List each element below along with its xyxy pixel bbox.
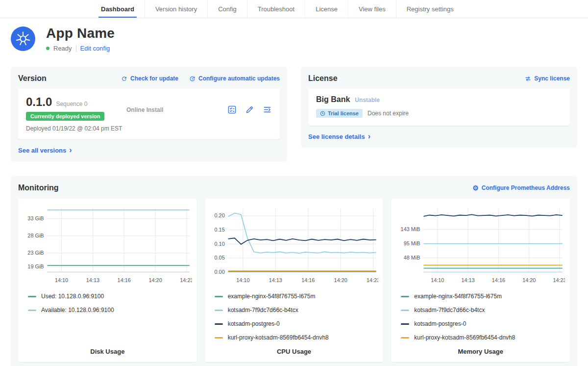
memory-usage-plot: 14:1014:1314:1614:2014:2348 MiB95 MiB143…: [396, 204, 565, 287]
channel-label: Unstable: [355, 97, 380, 104]
svg-text:14:10: 14:10: [55, 277, 68, 283]
chart-legend: example-nginx-54f8f76755-l675mkotsadm-7f…: [210, 293, 379, 341]
svg-text:14:10: 14:10: [431, 277, 444, 283]
trial-license-label: Trial license: [328, 110, 359, 116]
edit-config-link[interactable]: Edit config: [80, 45, 110, 52]
legend-item: kotsadm-7f9dc7d66c-b4tcx: [215, 307, 379, 314]
legend-item: kurl-proxy-kotsadm-8569fb6454-dnvh8: [401, 334, 565, 341]
preflight-checks-icon[interactable]: [227, 105, 237, 114]
divider: [76, 45, 76, 52]
svg-text:14:10: 14:10: [236, 277, 249, 283]
svg-text:48 MiB: 48 MiB: [404, 255, 420, 261]
legend-series-name: example-nginx-54f8f76755-l675m: [228, 293, 316, 300]
chart-title: CPU Usage: [210, 341, 379, 355]
svg-text:14:20: 14:20: [148, 277, 162, 283]
see-all-versions-label: See all versions: [18, 147, 66, 154]
configure-prometheus-link[interactable]: ⚙ Configure Prometheus Address: [472, 184, 570, 191]
legend-series-name: kotsadm-postgres-0: [228, 320, 280, 327]
app-status: Ready: [53, 45, 72, 52]
tab-registry-settings[interactable]: Registry settings: [396, 0, 464, 18]
tab-dashboard[interactable]: Dashboard: [91, 0, 145, 18]
tab-version-history[interactable]: Version history: [145, 0, 207, 18]
edit-config-icon[interactable]: [245, 105, 254, 114]
legend-series-name: Available: 10.128.0.96:9100: [41, 307, 114, 314]
tab-config[interactable]: Config: [207, 0, 247, 18]
legend-series-name: kotsadm-7f9dc7d66c-b4tcx: [414, 307, 485, 314]
sync-icon: [525, 76, 531, 82]
legend-color-dash: [28, 296, 36, 297]
kubernetes-logo-icon: [11, 26, 35, 51]
check-for-update-label: Check for update: [130, 75, 178, 82]
legend-series-name: Used: 10.128.0.96:9100: [41, 293, 104, 300]
refresh-icon: [121, 76, 127, 82]
svg-text:14:13: 14:13: [86, 277, 99, 283]
svg-text:14:13: 14:13: [462, 277, 475, 283]
chart-title: Disk Usage: [23, 341, 192, 355]
legend-series-name: kotsadm-postgres-0: [414, 320, 466, 327]
helm-wheel-icon: [15, 31, 31, 47]
monitoring-title: Monitoring: [18, 183, 59, 192]
legend-item: Available: 10.128.0.96:9100: [28, 307, 192, 314]
svg-text:14:20: 14:20: [334, 277, 347, 283]
svg-text:0.10: 0.10: [214, 241, 224, 247]
legend-color-dash: [28, 310, 36, 311]
configure-automatic-updates-label: Configure automatic updates: [198, 75, 280, 82]
configure-automatic-updates-link[interactable]: Configure automatic updates: [189, 75, 280, 82]
configure-prometheus-label: Configure Prometheus Address: [482, 184, 570, 191]
cards-row: Version Check for update Configure autom…: [11, 67, 577, 161]
cpu-usage-plot: 14:1014:1314:1614:2014:230.000.050.100.1…: [210, 204, 379, 287]
see-license-details-label: See license details: [308, 133, 365, 140]
sync-license-label: Sync license: [534, 75, 570, 82]
legend-series-name: kurl-proxy-kotsadm-8569fb6454-dnvh8: [414, 334, 515, 341]
see-all-versions-link[interactable]: See all versions ›: [18, 146, 72, 154]
legend-color-dash: [215, 296, 223, 297]
svg-text:23 GiB: 23 GiB: [27, 250, 44, 256]
tab-license[interactable]: License: [305, 0, 348, 18]
memory-usage-chart: 14:1014:1314:1614:2014:2348 MiB95 MiB143…: [391, 199, 570, 362]
deployed-version-badge: Currently deployed version: [26, 112, 104, 121]
trial-license-badge: Trial license: [316, 109, 363, 118]
svg-text:14:16: 14:16: [118, 277, 131, 283]
legend-item: Used: 10.128.0.96:9100: [28, 293, 192, 300]
legend-color-dash: [401, 296, 409, 297]
gear-icon: ⚙: [472, 184, 479, 191]
deploy-logs-icon[interactable]: [263, 105, 272, 114]
legend-color-dash: [215, 337, 223, 339]
version-info: 0.1.0 Sequence 0 Currently deployed vers…: [26, 95, 126, 132]
status-dot-icon: [46, 47, 49, 50]
svg-text:14:23: 14:23: [180, 277, 192, 283]
svg-text:14:16: 14:16: [492, 277, 505, 283]
svg-text:143 MiB: 143 MiB: [401, 226, 420, 232]
svg-text:0.15: 0.15: [214, 227, 224, 233]
app-status-row: Ready Edit config: [46, 45, 115, 52]
top-nav: DashboardVersion historyConfigTroublesho…: [0, 0, 588, 18]
version-action-icons: [227, 105, 272, 122]
chart-legend: Used: 10.128.0.96:9100Available: 10.128.…: [23, 293, 192, 314]
legend-color-dash: [401, 323, 409, 325]
legend-item: kotsadm-postgres-0: [401, 320, 565, 327]
tab-troubleshoot[interactable]: Troubleshoot: [247, 0, 305, 18]
disk-usage-plot: 14:1014:1314:1614:2014:2319 GiB23 GiB28 …: [23, 204, 192, 287]
sequence-label: Sequence 0: [56, 101, 87, 107]
charts-row: 14:1014:1314:1614:2014:2319 GiB23 GiB28 …: [18, 199, 570, 362]
svg-text:28 GiB: 28 GiB: [27, 233, 44, 238]
auto-update-clock-icon: [189, 76, 196, 82]
tab-view-files[interactable]: View files: [348, 0, 396, 18]
see-license-details-link[interactable]: See license details ›: [308, 132, 370, 140]
svg-text:19 GiB: 19 GiB: [27, 263, 44, 269]
check-for-update-link[interactable]: Check for update: [121, 75, 178, 82]
legend-item: kotsadm-postgres-0: [215, 320, 379, 327]
svg-text:14:23: 14:23: [367, 277, 379, 283]
clock-icon: [320, 111, 325, 116]
legend-item: kurl-proxy-kotsadm-8569fb6454-dnvh8: [215, 334, 379, 341]
legend-item: example-nginx-54f8f76755-l675m: [215, 293, 379, 300]
legend-series-name: example-nginx-54f8f76755-l675m: [414, 293, 502, 300]
license-expiration: Does not expire: [368, 110, 409, 117]
svg-text:14:16: 14:16: [301, 277, 315, 283]
version-card: Version Check for update Configure autom…: [11, 67, 287, 161]
license-panel: Big Bank Unstable Trial license Does not…: [308, 89, 570, 126]
sync-license-link[interactable]: Sync license: [525, 75, 570, 82]
legend-series-name: kotsadm-7f9dc7d66c-b4tcx: [228, 307, 298, 314]
app-title: App Name: [46, 26, 115, 41]
license-card-title: License: [308, 74, 338, 83]
